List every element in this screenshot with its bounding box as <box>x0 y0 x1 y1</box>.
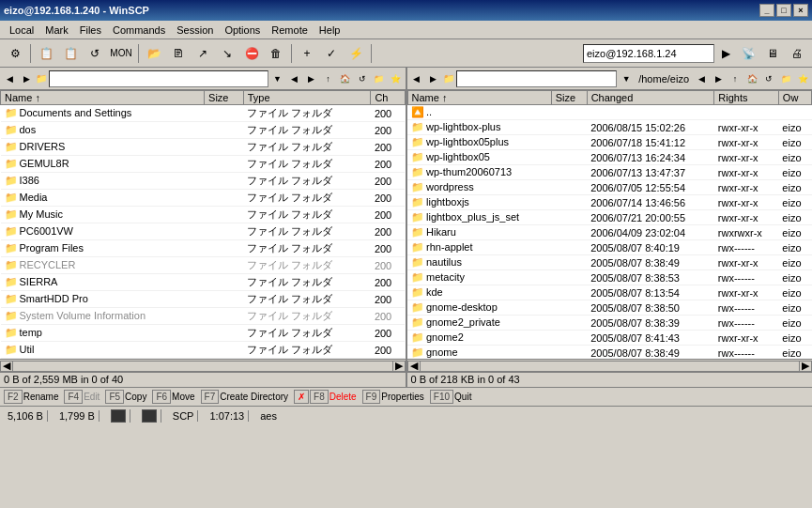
table-row[interactable]: 📁wp-lightbox-plus 2006/08/15 15:02:26 rw… <box>407 120 812 135</box>
f7-mkdir-btn[interactable]: F7 Create Directory <box>199 389 290 406</box>
left-address-input[interactable]: C: ローカル ディスク <box>49 70 268 87</box>
right-hscroll-right[interactable]: ▶ <box>799 361 812 372</box>
left-fwd-btn[interactable]: ▶ <box>304 71 319 86</box>
left-mkdir-btn[interactable]: 📁 <box>372 71 387 86</box>
left-addr-dropdown[interactable]: ▼ <box>270 71 285 86</box>
close-button[interactable]: × <box>793 4 808 17</box>
toolbar-btn3[interactable]: ↺ <box>84 42 106 65</box>
server-input[interactable] <box>583 44 714 63</box>
right-up-btn[interactable]: ↑ <box>728 71 743 86</box>
toolbar-btn9[interactable]: ⛔ <box>240 42 263 65</box>
right-fwd-btn[interactable]: ▶ <box>711 71 726 86</box>
minimize-button[interactable]: _ <box>759 4 774 17</box>
toolbar-btn11[interactable]: + <box>296 42 318 65</box>
f6-move-btn[interactable]: F6 Move <box>150 389 196 406</box>
left-nav-up-arrow[interactable]: ◀ <box>2 71 17 86</box>
right-addr-dropdown[interactable]: ▼ <box>619 71 634 86</box>
left-col-size[interactable]: Size <box>205 91 244 105</box>
table-row[interactable]: 📁Hikaru 2006/04/09 23:02:04 rwxrwxr-x ei… <box>407 225 812 240</box>
menu-help[interactable]: Help <box>314 23 346 38</box>
table-row[interactable]: 📁dos ファイル フォルダ 200 <box>1 122 406 139</box>
table-row[interactable]: 📁gnome 2005/08/07 8:38:49 rwx------ eizo <box>407 346 812 360</box>
f9-props-btn[interactable]: F9 Properties <box>360 389 426 406</box>
table-row[interactable]: 📁I386 ファイル フォルダ 200 <box>1 173 406 190</box>
right-mkdir-btn[interactable]: 📁 <box>778 71 793 86</box>
right-hscroll[interactable]: ◀ ▶ <box>407 359 813 372</box>
toolbar-btn8[interactable]: ↘ <box>216 42 238 65</box>
table-row[interactable]: 📁gnome2 2005/08/07 8:41:43 rwxr-xr-x eiz… <box>407 331 812 346</box>
connect-btn[interactable]: ▶ <box>716 42 735 65</box>
table-row[interactable]: 📁SIERRA ファイル フォルダ 200 <box>1 274 406 291</box>
right-back-btn[interactable]: ◀ <box>694 71 709 86</box>
table-row[interactable]: 📁Util ファイル フォルダ 200 <box>1 342 406 359</box>
left-refresh-btn[interactable]: ↺ <box>355 71 370 86</box>
f10-quit-btn[interactable]: F10 Quit <box>428 389 474 406</box>
menu-files[interactable]: Files <box>74 23 107 38</box>
table-row[interactable]: 📁RECYCLER ファイル フォルダ 200 <box>1 257 406 274</box>
table-row[interactable]: 📁lightbox_plus_js_set 2006/07/21 20:00:5… <box>407 210 812 225</box>
menu-session[interactable]: Session <box>171 23 219 38</box>
f2-rename-btn[interactable]: F2 Rename <box>2 389 60 406</box>
toolbar-btn2[interactable]: 📋 <box>59 42 82 65</box>
table-row[interactable]: 📁kde 2005/08/07 8:13:54 rwxr-xr-x eizo <box>407 285 812 300</box>
right-address-input[interactable]: eizo <box>456 70 618 87</box>
left-up-btn[interactable]: ↑ <box>321 71 336 86</box>
toolbar-settings[interactable]: ⚙ <box>4 42 26 65</box>
table-row[interactable]: 🔼.. <box>407 105 812 120</box>
right-nav-back[interactable]: ◀ <box>409 71 424 86</box>
left-hscroll-left[interactable]: ◀ <box>0 361 13 372</box>
table-row[interactable]: 📁DRIVERS ファイル フォルダ 200 <box>1 139 406 156</box>
toolbar-btn10[interactable]: 🗑 <box>265 42 287 65</box>
table-row[interactable]: 📁Documents and Settings ファイル フォルダ 200 <box>1 105 406 122</box>
left-hscroll-right[interactable]: ▶ <box>392 361 406 372</box>
right-home-btn[interactable]: 🏠 <box>744 71 759 86</box>
toolbar-right3[interactable]: 🖨 <box>786 42 808 65</box>
table-row[interactable]: 📁PC6001VW ファイル フォルダ 200 <box>1 223 406 240</box>
table-row[interactable]: 📁SmartHDD Pro ファイル フォルダ 200 <box>1 291 406 308</box>
toolbar-btn13[interactable]: ⚡ <box>345 42 367 65</box>
toolbar-right1[interactable]: 📡 <box>737 42 759 65</box>
toolbar-btn12[interactable]: ✓ <box>320 42 343 65</box>
menu-mark[interactable]: Mark <box>39 23 73 38</box>
table-row[interactable]: 📁My Music ファイル フォルダ 200 <box>1 207 406 223</box>
right-hscroll-left[interactable]: ◀ <box>407 361 421 372</box>
table-row[interactable]: 📁wp-lightbox05 2006/07/13 16:24:34 rwxr-… <box>407 150 812 165</box>
info-icon1[interactable] <box>107 409 130 423</box>
maximize-button[interactable]: □ <box>776 4 791 17</box>
toolbar-btn6[interactable]: 🖹 <box>167 42 190 65</box>
right-col-changed[interactable]: Changed <box>587 91 714 105</box>
right-col-size[interactable]: Size <box>551 91 587 105</box>
right-file-list[interactable]: Name ↑ Size Changed Rights Ow 🔼.. 📁wp-li… <box>407 90 813 359</box>
table-row[interactable]: 📁metacity 2005/08/07 8:38:53 rwx------ e… <box>407 270 812 285</box>
left-file-list[interactable]: Name ↑ Size Type Ch 📁Documents and Setti… <box>0 90 406 359</box>
left-bookmark-btn[interactable]: ⭐ <box>389 71 404 86</box>
table-row[interactable]: 📁wordpress 2006/07/05 12:55:54 rwxr-xr-x… <box>407 180 812 195</box>
table-row[interactable]: 📁temp ファイル フォルダ 200 <box>1 325 406 342</box>
table-row[interactable]: 📁nautilus 2005/08/07 8:38:49 rwxr-xr-x e… <box>407 255 812 270</box>
right-nav-fwd[interactable]: ▶ <box>426 71 441 86</box>
left-hscroll-track[interactable] <box>13 361 392 372</box>
menu-options[interactable]: Options <box>219 23 266 38</box>
left-col-ch[interactable]: Ch <box>371 91 405 105</box>
left-col-name[interactable]: Name ↑ <box>1 91 205 105</box>
table-row[interactable]: 📁wp-lightbox05plus 2006/07/18 15:41:12 r… <box>407 135 812 150</box>
toolbar-btn4[interactable]: MON <box>108 42 134 65</box>
table-row[interactable]: 📁gnome-desktop 2005/08/07 8:38:50 rwx---… <box>407 300 812 316</box>
menu-commands[interactable]: Commands <box>107 23 171 38</box>
table-row[interactable]: 📁wp-thum20060713 2006/07/13 13:47:37 rwx… <box>407 165 812 180</box>
right-col-name[interactable]: Name ↑ <box>407 91 551 105</box>
table-row[interactable]: 📁gnome2_private 2005/08/07 8:38:39 rwx--… <box>407 316 812 331</box>
right-hscroll-track[interactable] <box>421 361 800 372</box>
menu-local[interactable]: Local <box>4 23 39 38</box>
f5-copy-btn[interactable]: F5 Copy <box>103 389 148 406</box>
left-home-btn[interactable]: 🏠 <box>338 71 353 86</box>
table-row[interactable]: 📁System Volume Information ファイル フォルダ 200 <box>1 308 406 325</box>
table-row[interactable]: 📁Program Files ファイル フォルダ 200 <box>1 240 406 257</box>
menu-remote[interactable]: Remote <box>266 23 314 38</box>
f8-delete-btn[interactable]: ✗ F8 Delete <box>292 389 359 406</box>
right-col-owner[interactable]: Ow <box>778 91 811 105</box>
left-hscroll[interactable]: ◀ ▶ <box>0 359 406 372</box>
right-col-rights[interactable]: Rights <box>714 91 779 105</box>
toolbar-btn5[interactable]: 📂 <box>143 42 165 65</box>
right-refresh-btn[interactable]: ↺ <box>761 71 776 86</box>
